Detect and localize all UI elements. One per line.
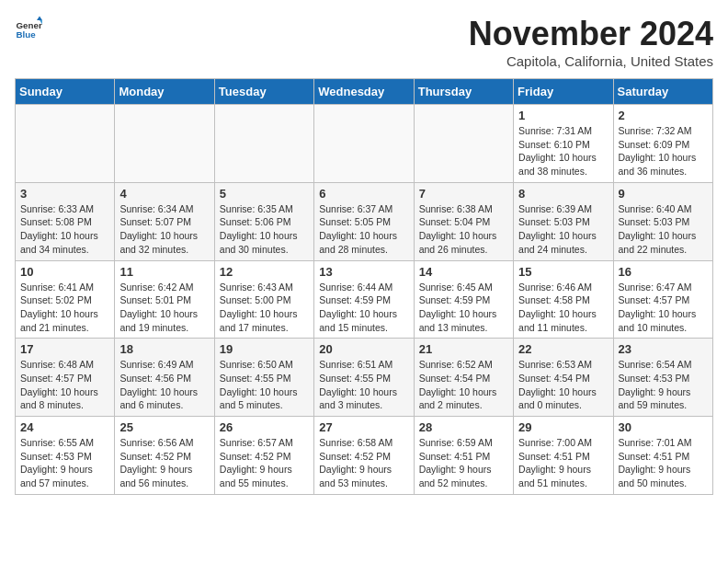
- calendar-cell: 14Sunrise: 6:45 AM Sunset: 4:59 PM Dayli…: [414, 260, 513, 339]
- day-info: Sunrise: 6:49 AM Sunset: 4:56 PM Dayligh…: [119, 358, 209, 412]
- calendar-cell: 18Sunrise: 6:49 AM Sunset: 4:56 PM Dayli…: [115, 339, 214, 417]
- day-number: 19: [220, 342, 309, 356]
- day-number: 23: [619, 342, 708, 356]
- calendar-cell: 24Sunrise: 6:55 AM Sunset: 4:53 PM Dayli…: [16, 417, 115, 495]
- calendar-cell: 12Sunrise: 6:43 AM Sunset: 5:00 PM Dayli…: [214, 260, 313, 339]
- title-area: November 2024 Capitola, California, Unit…: [469, 15, 713, 69]
- calendar-cell: 23Sunrise: 6:54 AM Sunset: 4:53 PM Dayli…: [613, 339, 712, 417]
- day-number: 29: [518, 420, 608, 434]
- header: General Blue November 2024 Capitola, Cal…: [15, 15, 713, 69]
- calendar-cell: 4Sunrise: 6:34 AM Sunset: 5:07 PM Daylig…: [115, 182, 214, 260]
- day-number: 15: [518, 265, 608, 279]
- day-number: 8: [518, 187, 608, 201]
- calendar-cell: [214, 105, 313, 183]
- day-number: 25: [119, 420, 209, 434]
- calendar-cell: 3Sunrise: 6:33 AM Sunset: 5:08 PM Daylig…: [16, 182, 115, 260]
- day-info: Sunrise: 6:52 AM Sunset: 4:54 PM Dayligh…: [419, 358, 508, 412]
- day-info: Sunrise: 6:43 AM Sunset: 5:00 PM Dayligh…: [220, 281, 309, 335]
- day-header-friday: Friday: [514, 79, 613, 105]
- day-info: Sunrise: 6:39 AM Sunset: 5:03 PM Dayligh…: [518, 202, 608, 257]
- day-number: 3: [20, 187, 109, 201]
- calendar-cell: 27Sunrise: 6:58 AM Sunset: 4:52 PM Dayli…: [314, 417, 414, 495]
- day-info: Sunrise: 6:58 AM Sunset: 4:52 PM Dayligh…: [319, 436, 408, 490]
- day-info: Sunrise: 6:56 AM Sunset: 4:52 PM Dayligh…: [119, 436, 209, 490]
- day-info: Sunrise: 6:44 AM Sunset: 4:59 PM Dayligh…: [319, 281, 408, 335]
- calendar-cell: 30Sunrise: 7:01 AM Sunset: 4:51 PM Dayli…: [613, 417, 712, 495]
- calendar-week-4: 17Sunrise: 6:48 AM Sunset: 4:57 PM Dayli…: [16, 339, 713, 417]
- calendar-cell: 2Sunrise: 7:32 AM Sunset: 6:09 PM Daylig…: [613, 105, 712, 183]
- day-info: Sunrise: 6:42 AM Sunset: 5:01 PM Dayligh…: [119, 281, 209, 335]
- calendar-cell: [16, 105, 115, 183]
- day-number: 2: [619, 109, 708, 122]
- day-number: 30: [619, 420, 708, 434]
- calendar-cell: 29Sunrise: 7:00 AM Sunset: 4:51 PM Dayli…: [514, 417, 613, 495]
- calendar-week-3: 10Sunrise: 6:41 AM Sunset: 5:02 PM Dayli…: [16, 260, 713, 339]
- day-header-monday: Monday: [115, 79, 214, 105]
- day-info: Sunrise: 6:57 AM Sunset: 4:52 PM Dayligh…: [220, 436, 309, 490]
- day-number: 22: [518, 342, 608, 356]
- calendar-cell: [414, 105, 513, 183]
- day-number: 20: [319, 342, 408, 356]
- day-info: Sunrise: 7:31 AM Sunset: 6:10 PM Dayligh…: [518, 124, 608, 178]
- day-number: 11: [119, 265, 209, 279]
- day-info: Sunrise: 6:47 AM Sunset: 4:57 PM Dayligh…: [619, 281, 708, 335]
- day-info: Sunrise: 7:00 AM Sunset: 4:51 PM Dayligh…: [518, 436, 608, 490]
- calendar-table: SundayMondayTuesdayWednesdayThursdayFrid…: [15, 78, 713, 495]
- calendar-cell: 6Sunrise: 6:37 AM Sunset: 5:05 PM Daylig…: [314, 182, 414, 260]
- day-info: Sunrise: 6:45 AM Sunset: 4:59 PM Dayligh…: [419, 281, 508, 335]
- day-info: Sunrise: 6:53 AM Sunset: 4:54 PM Dayligh…: [518, 358, 608, 412]
- day-info: Sunrise: 6:54 AM Sunset: 4:53 PM Dayligh…: [619, 358, 708, 412]
- location-title: Capitola, California, United States: [469, 53, 713, 69]
- day-header-saturday: Saturday: [613, 79, 712, 105]
- calendar-cell: 7Sunrise: 6:38 AM Sunset: 5:04 PM Daylig…: [414, 182, 513, 260]
- day-number: 4: [119, 187, 209, 201]
- day-info: Sunrise: 6:37 AM Sunset: 5:05 PM Dayligh…: [319, 202, 408, 257]
- day-header-thursday: Thursday: [414, 79, 513, 105]
- calendar-header-row: SundayMondayTuesdayWednesdayThursdayFrid…: [16, 79, 713, 105]
- day-number: 28: [419, 420, 508, 434]
- calendar-body: 1Sunrise: 7:31 AM Sunset: 6:10 PM Daylig…: [16, 105, 713, 495]
- month-title: November 2024: [469, 15, 713, 53]
- day-number: 10: [20, 265, 109, 279]
- day-info: Sunrise: 6:59 AM Sunset: 4:51 PM Dayligh…: [419, 436, 508, 490]
- day-number: 26: [220, 420, 309, 434]
- day-info: Sunrise: 7:32 AM Sunset: 6:09 PM Dayligh…: [619, 124, 708, 178]
- calendar-cell: [314, 105, 414, 183]
- calendar-cell: 15Sunrise: 6:46 AM Sunset: 4:58 PM Dayli…: [514, 260, 613, 339]
- calendar-cell: 21Sunrise: 6:52 AM Sunset: 4:54 PM Dayli…: [414, 339, 513, 417]
- calendar-cell: 11Sunrise: 6:42 AM Sunset: 5:01 PM Dayli…: [115, 260, 214, 339]
- svg-text:Blue: Blue: [17, 29, 37, 40]
- calendar-cell: 10Sunrise: 6:41 AM Sunset: 5:02 PM Dayli…: [16, 260, 115, 339]
- calendar-cell: 20Sunrise: 6:51 AM Sunset: 4:55 PM Dayli…: [314, 339, 414, 417]
- calendar-cell: 5Sunrise: 6:35 AM Sunset: 5:06 PM Daylig…: [214, 182, 313, 260]
- day-info: Sunrise: 6:48 AM Sunset: 4:57 PM Dayligh…: [20, 358, 109, 412]
- day-number: 12: [220, 265, 309, 279]
- day-number: 7: [419, 187, 508, 201]
- day-info: Sunrise: 6:55 AM Sunset: 4:53 PM Dayligh…: [20, 436, 109, 490]
- calendar-cell: [115, 105, 214, 183]
- calendar-week-5: 24Sunrise: 6:55 AM Sunset: 4:53 PM Dayli…: [16, 417, 713, 495]
- day-info: Sunrise: 6:46 AM Sunset: 4:58 PM Dayligh…: [518, 281, 608, 335]
- calendar-cell: 22Sunrise: 6:53 AM Sunset: 4:54 PM Dayli…: [514, 339, 613, 417]
- day-number: 17: [20, 342, 109, 356]
- calendar-cell: 25Sunrise: 6:56 AM Sunset: 4:52 PM Dayli…: [115, 417, 214, 495]
- svg-marker-2: [37, 17, 42, 21]
- logo: General Blue: [15, 15, 42, 42]
- calendar-week-2: 3Sunrise: 6:33 AM Sunset: 5:08 PM Daylig…: [16, 182, 713, 260]
- day-info: Sunrise: 6:40 AM Sunset: 5:03 PM Dayligh…: [619, 202, 708, 257]
- day-number: 16: [619, 265, 708, 279]
- calendar-cell: 13Sunrise: 6:44 AM Sunset: 4:59 PM Dayli…: [314, 260, 414, 339]
- day-number: 1: [518, 109, 608, 122]
- calendar-cell: 9Sunrise: 6:40 AM Sunset: 5:03 PM Daylig…: [613, 182, 712, 260]
- calendar-cell: 28Sunrise: 6:59 AM Sunset: 4:51 PM Dayli…: [414, 417, 513, 495]
- calendar-cell: 17Sunrise: 6:48 AM Sunset: 4:57 PM Dayli…: [16, 339, 115, 417]
- day-info: Sunrise: 7:01 AM Sunset: 4:51 PM Dayligh…: [619, 436, 708, 490]
- day-info: Sunrise: 6:38 AM Sunset: 5:04 PM Dayligh…: [419, 202, 508, 257]
- day-info: Sunrise: 6:35 AM Sunset: 5:06 PM Dayligh…: [220, 202, 309, 257]
- day-number: 18: [119, 342, 209, 356]
- day-number: 27: [319, 420, 408, 434]
- calendar-cell: 8Sunrise: 6:39 AM Sunset: 5:03 PM Daylig…: [514, 182, 613, 260]
- day-number: 13: [319, 265, 408, 279]
- day-header-tuesday: Tuesday: [214, 79, 313, 105]
- day-number: 14: [419, 265, 508, 279]
